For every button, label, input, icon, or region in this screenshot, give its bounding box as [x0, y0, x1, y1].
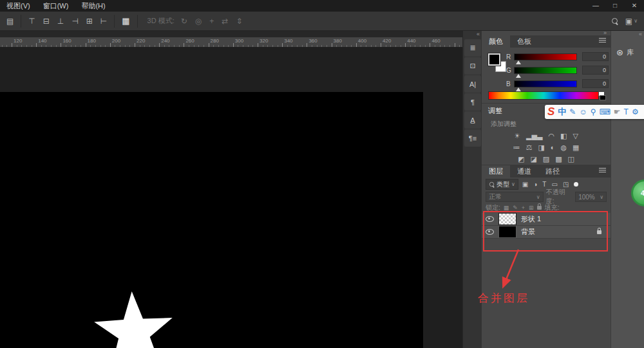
layer-filter-select[interactable]: 类型 ∨: [486, 179, 518, 190]
expand-panels-icon[interactable]: «: [463, 30, 482, 39]
align-horizontal-centers-icon[interactable]: ⊞: [82, 12, 97, 30]
align-bottom-edges-icon[interactable]: ⊥: [53, 12, 68, 30]
channel-slider-b[interactable]: [514, 80, 577, 87]
filter-adjustment-layers-icon[interactable]: ◑: [533, 181, 537, 188]
channel-value[interactable]: 0: [582, 79, 609, 88]
channel-value[interactable]: 0: [582, 66, 609, 75]
invert-icon[interactable]: ◩: [518, 154, 524, 163]
separator: [137, 15, 138, 28]
color-lookup-icon[interactable]: ▦: [573, 143, 579, 152]
filter-type-layers-icon[interactable]: T: [542, 181, 546, 188]
character-panel-icon[interactable]: A|: [464, 75, 481, 93]
ruler-label: 140: [38, 38, 46, 44]
sogou-input-toolbar[interactable]: S中✎☺⚲⌨☛T⚙: [545, 105, 644, 119]
tab-layers[interactable]: 图层: [482, 165, 510, 178]
color-balance-icon[interactable]: ⚖: [526, 143, 533, 152]
channel-slider-r[interactable]: [514, 53, 577, 60]
paragraph-panel-icon[interactable]: ¶: [464, 93, 481, 111]
chinese-mode-icon[interactable]: 中: [558, 105, 566, 119]
collapse-panels-icon[interactable]: »: [482, 30, 611, 35]
menu-bar: 视图(V)窗口(W)帮助(H) —□✕: [0, 0, 644, 12]
filter-pixel-layers-icon[interactable]: ▣: [522, 181, 528, 188]
vibrance-icon[interactable]: ▽: [573, 131, 578, 140]
blend-mode-select[interactable]: 正常 ∨: [486, 192, 544, 202]
clone-source-panel-icon[interactable]: ⊡: [464, 57, 481, 75]
hue-saturation-icon[interactable]: ≔: [513, 143, 520, 152]
levels-icon[interactable]: ▂▅▃: [526, 131, 542, 140]
ruler-label: 180: [88, 38, 96, 44]
menu-item-1[interactable]: 窗口(W): [37, 0, 75, 12]
pen-icon[interactable]: ✎: [569, 105, 576, 119]
panel-menu-icon[interactable]: [599, 170, 606, 170]
align-top-edges-icon[interactable]: ⊤: [24, 12, 39, 30]
star-svg: [90, 289, 179, 348]
align-left-edges-icon[interactable]: ⊣: [68, 12, 82, 30]
selective-color-icon[interactable]: ▩: [555, 154, 562, 163]
document-tab-strip: [0, 30, 462, 37]
filter-pin-toggle[interactable]: [574, 182, 578, 187]
curves-icon[interactable]: ◠: [548, 131, 554, 140]
sogou-logo[interactable]: S: [547, 105, 554, 119]
align-right-edges-icon[interactable]: ⊢: [97, 12, 111, 30]
window-controls: —□✕: [586, 0, 644, 12]
slider-thumb-icon[interactable]: [516, 87, 521, 91]
color-spectrum-ramp[interactable]: [488, 91, 599, 100]
keyboard-icon[interactable]: ⌨: [599, 105, 610, 119]
brightness-contrast-icon[interactable]: ☀: [514, 131, 520, 140]
microphone-icon[interactable]: ⚲: [591, 105, 596, 119]
menu-item-2[interactable]: 帮助(H): [75, 0, 111, 12]
skin-icon[interactable]: T: [624, 105, 629, 119]
opacity-select[interactable]: 100% ∨: [575, 192, 607, 202]
properties-panel-icon[interactable]: ≣: [464, 39, 481, 57]
menu-item-0[interactable]: 视图(V): [0, 0, 37, 12]
threshold-icon[interactable]: ▨: [543, 154, 549, 163]
maximize-button[interactable]: □: [605, 0, 625, 12]
lock-transparent-pixels-icon[interactable]: ▦: [504, 205, 509, 211]
lock-artboard-icon[interactable]: ⊞: [529, 205, 534, 211]
spectrum-end-swatches[interactable]: [598, 91, 605, 100]
channel-slider-g[interactable]: [514, 67, 577, 74]
channel-mixer-icon[interactable]: ◍: [560, 143, 567, 152]
emoji-icon[interactable]: ☺: [579, 105, 587, 119]
close-button[interactable]: ✕: [625, 0, 644, 12]
foreground-color-swatch[interactable]: [488, 53, 500, 66]
paragraph-styles-panel-icon[interactable]: ¶≡: [464, 129, 481, 147]
photo-filter-icon[interactable]: ◐: [551, 143, 555, 152]
black-white-icon[interactable]: ◨: [538, 143, 544, 152]
ruler-label: 340: [284, 38, 292, 44]
tab-swatches[interactable]: 色板: [510, 35, 538, 48]
chevron-down-icon: ∨: [536, 194, 540, 200]
horizontal-ruler[interactable]: 1201401601802002202402602803003203403603…: [0, 37, 462, 48]
expand-libraries-icon[interactable]: «: [611, 30, 644, 39]
panel-menu-icon[interactable]: [599, 40, 606, 41]
document-canvas[interactable]: [0, 92, 423, 348]
distribute-icon[interactable]: ▦: [118, 12, 133, 30]
tab-color[interactable]: 颜色: [482, 35, 510, 48]
posterize-icon[interactable]: ◪: [530, 154, 536, 163]
gradient-map-icon[interactable]: ◫: [568, 154, 574, 163]
exposure-icon[interactable]: ◧: [560, 131, 567, 140]
black-swatch[interactable]: [600, 95, 606, 100]
filter-smart-objects-icon[interactable]: ◳: [563, 181, 569, 188]
hand-icon[interactable]: ☛: [614, 105, 621, 119]
lock-all-icon[interactable]: [537, 206, 542, 210]
slider-thumb-icon[interactable]: [516, 74, 521, 78]
toolbox-icon[interactable]: ⚙: [632, 105, 639, 119]
libraries-panel-button[interactable]: ⊛ 库: [611, 39, 644, 57]
channel-value[interactable]: 0: [582, 52, 609, 61]
lock-position-icon[interactable]: +: [522, 205, 525, 211]
tool-preset-icon[interactable]: ▤: [3, 12, 17, 30]
glyphs-panel-icon[interactable]: A̲: [464, 111, 481, 129]
filter-shape-layers-icon[interactable]: ▭: [551, 181, 557, 188]
workspace-switcher[interactable]: ▣ ∨: [625, 12, 638, 30]
star-shape[interactable]: [90, 289, 179, 348]
align-vertical-centers-icon[interactable]: ⊟: [39, 12, 53, 30]
search-icon[interactable]: [612, 18, 618, 24]
ruler-label: 360: [308, 38, 317, 44]
slider-thumb-icon[interactable]: [516, 60, 521, 64]
tab-paths[interactable]: 路径: [538, 165, 567, 178]
minimize-button[interactable]: —: [586, 0, 605, 12]
lock-image-pixels-icon[interactable]: ✎: [513, 205, 518, 211]
blend-mode-value: 正常: [489, 192, 502, 201]
tab-channels[interactable]: 通道: [510, 165, 538, 178]
